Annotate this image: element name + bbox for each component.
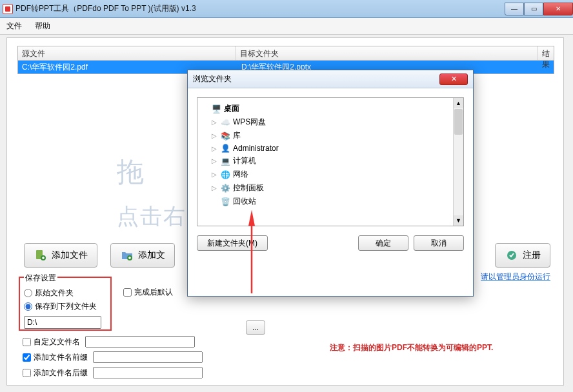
register-button[interactable]: 注册 xyxy=(495,243,550,268)
maximize-button[interactable]: ▭ xyxy=(524,3,543,15)
opt-prefix[interactable]: 添加文件名前缀 xyxy=(23,351,203,363)
bg-line1: 拖 xyxy=(117,154,186,190)
folder-tree-list: 🖥️ 桌面 ▷ ☁️ WPS网盘 ▷ 📚 库 ▷ 👤 Administrator xyxy=(197,98,453,226)
window-title: PDF转PPT工具（PDFdo PDF To PPT )(试用版) v1.3 xyxy=(15,3,196,14)
prefix-input[interactable] xyxy=(93,351,203,363)
suffix-label: 添加文件名后缀 xyxy=(34,368,88,378)
tree-computer-label: 计算机 xyxy=(233,155,256,166)
add-folder-button[interactable]: 添加文 xyxy=(110,243,175,268)
after-convert-checkbox[interactable] xyxy=(123,288,132,297)
custom-name-input[interactable] xyxy=(85,336,195,348)
tree-administrator[interactable]: ▷ 👤 Administrator xyxy=(200,142,450,154)
dialog-buttons: 新建文件夹(M) 确定 取消 xyxy=(197,235,464,251)
col-result[interactable]: 结果 xyxy=(538,46,554,60)
tree-computer[interactable]: ▷ 💻 计算机 xyxy=(200,154,450,168)
folder-tree: 🖥️ 桌面 ▷ ☁️ WPS网盘 ▷ 📚 库 ▷ 👤 Administrator xyxy=(197,97,464,226)
tree-control-panel-label: 控制面板 xyxy=(233,182,264,193)
menu-file[interactable]: 文件 xyxy=(6,21,22,32)
prefix-label: 添加文件名前缀 xyxy=(34,352,88,363)
chevron-right-icon: ▷ xyxy=(212,157,218,164)
opt-original-label: 原始文件夹 xyxy=(35,288,74,299)
svg-rect-0 xyxy=(5,6,10,12)
control-panel-icon: ⚙️ xyxy=(221,184,230,193)
tree-network[interactable]: ▷ 🌐 网络 xyxy=(200,168,450,181)
tree-wps-label: WPS网盘 xyxy=(233,117,266,128)
checkbox-prefix[interactable] xyxy=(23,353,31,362)
toolbar: 添加文件 添加文 xyxy=(24,243,175,268)
desktop-icon: 🖥️ xyxy=(212,104,221,113)
ok-button[interactable]: 确定 xyxy=(358,235,408,251)
run-as-admin-link[interactable]: 请以管理员身份运行 xyxy=(481,271,550,282)
chevron-right-icon: ▷ xyxy=(212,132,218,139)
tree-wps[interactable]: ▷ ☁️ WPS网盘 xyxy=(200,115,450,129)
after-convert-label: 完成后默认 xyxy=(134,287,173,298)
scroll-down-button[interactable]: ▼ xyxy=(454,215,463,226)
chevron-right-icon: ▷ xyxy=(212,145,218,152)
close-button[interactable]: ✕ xyxy=(543,3,573,15)
scroll-thumb[interactable] xyxy=(454,109,463,135)
background-hint: 拖 点击右 xyxy=(117,154,186,231)
browse-button[interactable]: ... xyxy=(246,320,265,335)
browse-folder-dialog: 浏览文件夹 ✕ 🖥️ 桌面 ▷ ☁️ WPS网盘 ▷ 📚 库 xyxy=(187,70,474,297)
opt-original-folder[interactable]: 原始文件夹 xyxy=(24,288,106,299)
cancel-button[interactable]: 取消 xyxy=(414,235,464,251)
radio-original[interactable] xyxy=(24,289,32,297)
add-file-label: 添加文件 xyxy=(52,250,88,261)
chevron-right-icon: ▷ xyxy=(212,119,218,126)
tree-recycle-bin[interactable]: 🗑️ 回收站 xyxy=(200,195,450,208)
add-file-icon xyxy=(34,248,48,262)
library-icon: 📚 xyxy=(221,132,230,141)
opt-custom-folder[interactable]: 保存到下列文件夹 xyxy=(24,301,106,312)
radio-custom[interactable] xyxy=(24,302,32,311)
save-path-input[interactable] xyxy=(24,316,101,329)
add-folder-icon xyxy=(120,248,134,262)
dialog-body: 🖥️ 桌面 ▷ ☁️ WPS网盘 ▷ 📚 库 ▷ 👤 Administrator xyxy=(188,88,473,260)
add-file-button[interactable]: 添加文件 xyxy=(24,243,97,268)
filename-options: 自定义文件名 添加文件名前缀 添加文件名后缀 xyxy=(23,336,203,382)
warning-note: 注意：扫描的图片PDF不能转换为可编辑的PPT. xyxy=(330,342,493,353)
dialog-close-button[interactable]: ✕ xyxy=(439,74,468,85)
tree-lib-label: 库 xyxy=(233,130,241,141)
scroll-up-button[interactable]: ▲ xyxy=(454,98,463,108)
minimize-button[interactable]: — xyxy=(505,3,524,15)
network-icon: 🌐 xyxy=(221,170,230,179)
cell-result xyxy=(541,61,554,74)
tree-desktop[interactable]: 🖥️ 桌面 xyxy=(200,102,450,115)
bg-line2: 点击右 xyxy=(117,202,186,231)
after-convert-option: 完成后默认 xyxy=(123,287,173,298)
checkbox-custom-name[interactable] xyxy=(23,338,31,346)
suffix-input[interactable] xyxy=(93,367,203,378)
window-buttons: — ▭ ✕ xyxy=(505,3,573,15)
title-bar: PDF转PPT工具（PDFdo PDF To PPT )(试用版) v1.3 —… xyxy=(0,0,573,18)
opt-suffix[interactable]: 添加文件名后缀 xyxy=(23,367,203,378)
table-header: 源文件 目标文件夹 结果 xyxy=(18,46,554,61)
tree-control-panel[interactable]: ▷ ⚙️ 控制面板 xyxy=(200,181,450,195)
dialog-title: 浏览文件夹 xyxy=(193,74,232,84)
dialog-title-bar[interactable]: 浏览文件夹 ✕ xyxy=(188,70,473,88)
tree-network-label: 网络 xyxy=(233,169,248,180)
new-folder-button[interactable]: 新建文件夹(M) xyxy=(197,235,268,251)
recycle-icon: 🗑️ xyxy=(221,197,230,206)
scroll-track[interactable] xyxy=(454,135,463,215)
checkbox-suffix[interactable] xyxy=(23,369,31,377)
col-source[interactable]: 源文件 xyxy=(18,46,236,60)
col-target[interactable]: 目标文件夹 xyxy=(236,46,538,60)
tree-libraries[interactable]: ▷ 📚 库 xyxy=(200,129,450,142)
menu-help[interactable]: 帮助 xyxy=(35,21,50,32)
opt-custom-name[interactable]: 自定义文件名 xyxy=(23,336,203,348)
chevron-right-icon: ▷ xyxy=(212,184,218,191)
register-area: 注册 请以管理员身份运行 xyxy=(481,243,550,282)
opt-custom-label: 保存到下列文件夹 xyxy=(35,301,97,312)
chevron-right-icon: ▷ xyxy=(212,171,218,178)
custom-name-label: 自定义文件名 xyxy=(34,337,80,348)
register-label: 注册 xyxy=(523,250,541,261)
add-folder-label: 添加文 xyxy=(138,250,165,261)
save-settings-legend: 保存设置 xyxy=(24,273,57,284)
tree-scrollbar[interactable]: ▲ ▼ xyxy=(453,98,463,226)
tree-admin-label: Administrator xyxy=(233,144,279,153)
cloud-icon: ☁️ xyxy=(221,118,230,127)
tree-recycle-label: 回收站 xyxy=(233,196,256,207)
computer-icon: 💻 xyxy=(221,157,230,166)
register-icon xyxy=(505,248,519,262)
user-icon: 👤 xyxy=(221,144,230,153)
